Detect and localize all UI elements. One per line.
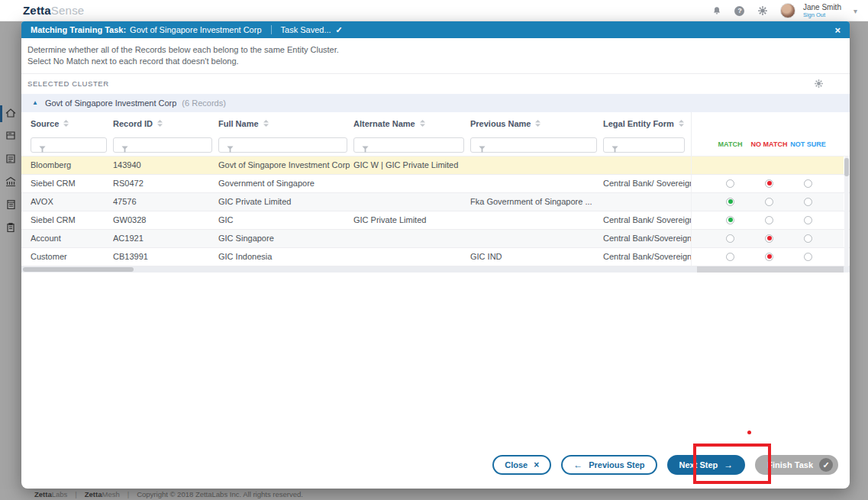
filter-input-box <box>353 137 464 153</box>
filter-input-alternate-name[interactable] <box>366 138 462 152</box>
brand-logo[interactable]: ZettaSense <box>23 4 84 17</box>
table-row[interactable]: AccountAC1921GIC SingaporeCentral Bank/S… <box>21 230 850 248</box>
modal-title-value: Govt of Singapore Investment Corp <box>130 25 261 34</box>
radio-circle[interactable] <box>726 234 734 243</box>
column-header-legal-entity-form[interactable]: Legal Entity Form <box>603 119 691 128</box>
next-step-button[interactable]: Next Step→ <box>667 455 746 475</box>
match-radio[interactable] <box>711 216 750 224</box>
column-header-alternate-name[interactable]: Alternate Name <box>353 119 470 128</box>
filter-input-record-id[interactable] <box>126 138 210 152</box>
radio-circle[interactable] <box>726 216 734 224</box>
match-radio[interactable] <box>711 234 750 243</box>
task-saved-status: Task Saved... ✓ <box>281 25 343 35</box>
cell-record-id: AC1921 <box>113 234 218 243</box>
table-row[interactable]: Siebel CRMGW0328GICGIC Private LimitedCe… <box>21 211 850 230</box>
close-button[interactable]: Close× <box>492 455 551 475</box>
match-radio[interactable] <box>711 198 750 206</box>
help-icon[interactable]: ? <box>734 5 745 16</box>
cluster-name: Govt of Singapore Investment Corp <box>45 98 176 108</box>
radio-circle[interactable] <box>765 234 773 243</box>
not-sure-radio[interactable] <box>789 216 828 224</box>
radio-circle[interactable] <box>804 234 812 243</box>
cell-legal-entity-form: Central Bank/Sovereign <box>603 234 691 243</box>
radio-circle[interactable] <box>804 198 812 206</box>
sort-icon[interactable] <box>157 120 163 127</box>
user-name: Jane Smith <box>803 4 841 11</box>
table-row[interactable]: AVOX47576GIC Private LimitedFka Governme… <box>21 193 850 211</box>
filter-input-previous-name[interactable] <box>483 138 595 152</box>
no-match-radio[interactable] <box>750 179 789 188</box>
modal-close-icon[interactable]: × <box>834 25 841 35</box>
sort-icon[interactable] <box>679 120 684 127</box>
column-header-record-id[interactable]: Record ID <box>113 119 218 128</box>
match-radio[interactable] <box>711 179 750 188</box>
cell-full-name: GIC <box>218 215 353 224</box>
table-row[interactable]: Siebel CRMRS0472Government of SingaporeC… <box>21 175 850 193</box>
horizontal-scrollbar-right-block <box>697 266 844 273</box>
no-match-radio[interactable] <box>750 216 789 224</box>
sign-out-link[interactable]: Sign Out <box>803 12 841 18</box>
radio-circle[interactable] <box>726 198 734 206</box>
filter-input-full-name[interactable] <box>231 138 345 152</box>
cell-alternate-name: GIC W | GIC Private Limited <box>353 160 470 169</box>
sort-icon[interactable] <box>263 120 269 127</box>
settings-gear-icon[interactable] <box>757 5 768 16</box>
filter-input-legal-entity-form[interactable] <box>616 138 682 152</box>
filter-input-source[interactable] <box>44 138 105 152</box>
not-sure-radio[interactable] <box>789 179 828 188</box>
cell-full-name: Govt of Singapore Investment Corp <box>218 160 353 169</box>
annotation-click-dot <box>747 431 751 434</box>
horizontal-scrollbar[interactable] <box>21 266 850 273</box>
no-match-radio[interactable] <box>750 198 789 206</box>
screen: ZettaSense ? Jane Smith Sign Out ▾ Zetta… <box>0 0 868 500</box>
table-row[interactable]: CustomerCB13991GIC IndonesiaGIC INDCentr… <box>21 248 850 266</box>
column-header-full-name[interactable]: Full Name <box>218 119 353 128</box>
radio-circle[interactable] <box>804 253 812 261</box>
filter-cell-source <box>31 137 113 153</box>
sort-icon[interactable] <box>535 120 540 127</box>
radio-circle[interactable] <box>765 179 773 188</box>
sort-icon[interactable] <box>63 120 69 127</box>
radio-circle[interactable] <box>726 179 734 188</box>
no-match-radio[interactable] <box>750 234 789 243</box>
cell-previous-name: GIC IND <box>470 252 603 261</box>
cell-alternate-name: GIC Private Limited <box>353 215 470 224</box>
vertical-scrollbar[interactable] <box>844 156 849 266</box>
radio-circle[interactable] <box>765 216 773 224</box>
cell-source: AVOX <box>31 197 113 206</box>
radio-circle[interactable] <box>726 253 734 261</box>
column-header-source[interactable]: Source <box>31 119 113 128</box>
filter-cell-previous-name <box>470 137 603 153</box>
radio-circle[interactable] <box>804 179 812 188</box>
radio-circle[interactable] <box>765 253 773 261</box>
horizontal-scrollbar-thumb[interactable] <box>23 267 134 272</box>
choice-header-match: MATCH <box>711 141 750 149</box>
sort-icon[interactable] <box>420 120 425 127</box>
table-row[interactable]: Bloomberg143940Govt of Singapore Investm… <box>21 156 850 175</box>
cluster-header-row[interactable]: ▲ Govt of Singapore Investment Corp (6 R… <box>21 94 850 112</box>
vertical-scrollbar-thumb[interactable] <box>844 158 849 176</box>
avatar[interactable] <box>780 3 795 18</box>
match-radio[interactable] <box>711 253 750 261</box>
not-sure-radio[interactable] <box>789 198 828 206</box>
cell-source: Customer <box>31 252 113 261</box>
notifications-bell-icon[interactable] <box>712 5 722 16</box>
previous-step-button[interactable]: ←Previous Step <box>561 455 657 475</box>
top-nav: ZettaSense ? Jane Smith Sign Out ▾ <box>0 0 868 21</box>
radio-circle[interactable] <box>765 198 773 206</box>
chevron-down-icon[interactable]: ▾ <box>853 7 857 15</box>
no-match-radio[interactable] <box>750 253 789 261</box>
cell-record-id: 143940 <box>113 160 218 169</box>
user-menu[interactable]: Jane Smith Sign Out <box>803 4 841 18</box>
table-settings-gear-icon[interactable] <box>814 79 824 89</box>
not-sure-radio[interactable] <box>789 234 828 243</box>
table-filter-row: MATCHNO MATCHNOT SURE <box>21 135 850 156</box>
not-sure-radio[interactable] <box>789 253 828 261</box>
collapse-triangle-icon[interactable]: ▲ <box>32 99 38 106</box>
choice-radio-group <box>691 248 844 266</box>
radio-circle[interactable] <box>804 216 812 224</box>
modal-header: Matching Training Task: Govt of Singapor… <box>21 21 850 38</box>
finish-task-button[interactable]: Finish Task✓ <box>755 455 838 475</box>
choice-column-headers: MATCHNO MATCHNOT SURE <box>691 134 844 156</box>
column-header-previous-name[interactable]: Previous Name <box>470 119 603 128</box>
